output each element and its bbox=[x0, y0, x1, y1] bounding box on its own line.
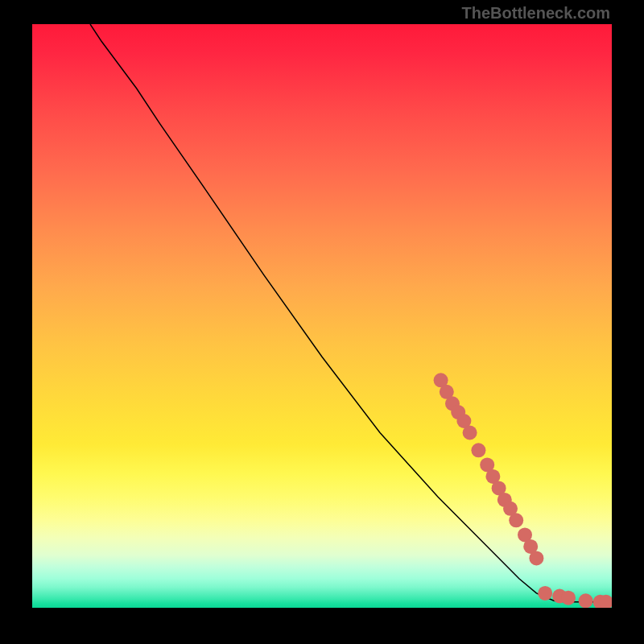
data-point bbox=[509, 513, 523, 527]
data-point bbox=[463, 426, 477, 440]
data-point bbox=[529, 551, 543, 565]
attribution-label: TheBottleneck.com bbox=[462, 4, 610, 23]
chart-container: TheBottleneck.com bbox=[0, 0, 644, 644]
curve-line bbox=[90, 24, 612, 602]
data-point bbox=[579, 593, 593, 608]
data-point bbox=[538, 586, 552, 601]
chart-svg bbox=[32, 24, 612, 608]
data-point bbox=[561, 591, 576, 605]
plot-area bbox=[32, 24, 612, 608]
data-point bbox=[471, 443, 485, 457]
scatter-points bbox=[434, 373, 612, 608]
